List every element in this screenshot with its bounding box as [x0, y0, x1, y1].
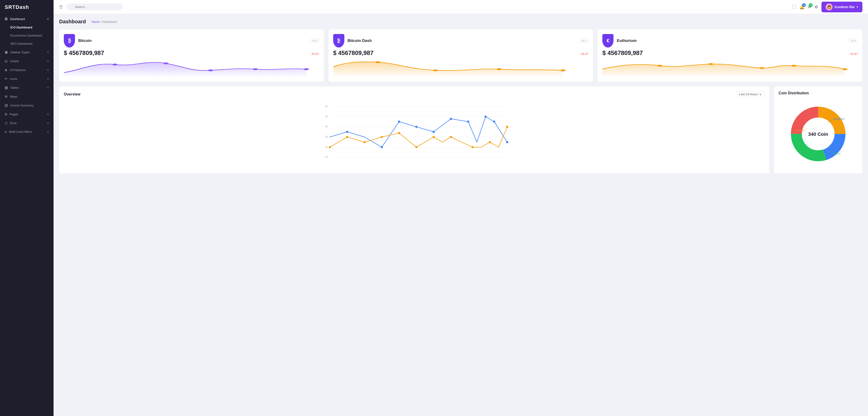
sidebar-label-ico: ICO Dashboard — [10, 26, 32, 29]
sidebar-label-seo: SEO Dashboard — [10, 42, 32, 46]
chevron-icon: ∧ — [47, 18, 49, 21]
svg-point-0 — [112, 64, 117, 65]
svg-point-37 — [346, 136, 348, 138]
svg-point-1 — [163, 62, 168, 64]
sidebar-label-dashboard: Dashboard — [10, 17, 25, 21]
sidebar-label-icons: Icons — [10, 77, 17, 81]
euthorium-card: € Euthorium 24 H $ 4567809,987 - 45.87 — [598, 29, 862, 82]
bitcoin-dash-chart — [333, 58, 589, 76]
svg-point-38 — [364, 141, 366, 143]
bitcoin-dash-icon: ₿ — [333, 34, 344, 48]
sidebar-item-multi-level[interactable]: ≡ Multi Level Menu ∨ — [0, 127, 54, 136]
svg-text:60: 60 — [325, 105, 328, 108]
sidebar-item-sidebar-types[interactable]: ▣ Sidebar Types ∨ — [0, 48, 54, 57]
charts-icon: ◎ — [5, 59, 8, 63]
bitcoin-value: $ 4567809,987 — [64, 49, 104, 57]
breadcrumb-current: Dashboard — [102, 20, 117, 24]
header-right: ⛶ 🔔 2 ✉ 3 ⚙ 👩 Kumkum Rai ∨ — [792, 2, 862, 12]
bottom-section: Overview Last 24 Hours ∨ 60 50 40 30 20 … — [59, 86, 862, 174]
svg-point-41 — [415, 146, 417, 148]
filter-chevron-icon: ∨ — [759, 92, 762, 96]
messages-badge: 3 — [809, 3, 813, 7]
breadcrumb-home[interactable]: Home — [92, 20, 100, 24]
bitcoin-period: 24 H — [310, 39, 319, 43]
avatar: 👩 — [826, 3, 833, 10]
sidebar-item-pages[interactable]: ⧉ Pages ∨ — [0, 110, 54, 119]
error-icon: ⚠ — [5, 121, 8, 125]
sidebar-item-ecommerce-dashboard[interactable]: Ecommerce Dashboard — [0, 31, 54, 39]
main-area: ☰ 🔍 ⛶ 🔔 2 ✉ 3 ⚙ 👩 Kumk — [54, 0, 868, 416]
search-input[interactable] — [67, 3, 122, 10]
sidebar-item-invoice-summary[interactable]: ▤ Invoice Summary — [0, 101, 54, 110]
overview-chart-header: Overview Last 24 Hours ∨ — [64, 91, 765, 97]
sidebar-types-icon: ▣ — [5, 50, 8, 54]
user-menu-button[interactable]: 👩 Kumkum Rai ∨ — [822, 2, 862, 12]
euthorium-icon: € — [602, 34, 614, 48]
chevron-icon-4: ∨ — [47, 68, 49, 71]
messages-button[interactable]: ✉ 3 — [808, 4, 811, 9]
svg-text:20: 20 — [325, 146, 328, 148]
svg-point-44 — [471, 146, 473, 148]
sidebar-item-dashboard[interactable]: ⊞ Dashboard ∧ — [0, 14, 54, 23]
euthorium-change: - 45.87 — [848, 52, 858, 56]
icons-icon: ✏ — [5, 77, 8, 81]
svg-point-4 — [304, 68, 309, 70]
chevron-icon-7: ∨ — [47, 113, 49, 116]
svg-point-28 — [398, 121, 400, 123]
svg-point-26 — [346, 131, 348, 133]
notifications-button[interactable]: 🔔 2 — [799, 4, 804, 9]
sidebar-item-ui-features[interactable]: ◈ UI Features ∨ — [0, 65, 54, 74]
svg-text:Bitcoin: Bitcoin — [834, 153, 841, 155]
svg-point-8 — [560, 69, 565, 71]
breadcrumb: Home / Dashboard — [92, 20, 117, 24]
settings-button[interactable]: ⚙ — [814, 4, 818, 9]
svg-point-3 — [253, 68, 258, 70]
chevron-icon-8: ∨ — [47, 122, 49, 125]
svg-text:10: 10 — [325, 156, 328, 158]
sidebar-item-tables[interactable]: ▦ Tables ∨ — [0, 83, 54, 92]
svg-point-30 — [433, 131, 435, 133]
chart-filter-button[interactable]: Last 24 Hours ∨ — [736, 91, 765, 97]
sidebar-item-charts[interactable]: ◎ Charts ∨ — [0, 57, 54, 65]
euthorium-name: Euthorium — [617, 38, 637, 43]
bitcoin-name: Bitcoin — [78, 38, 92, 43]
overview-title: Overview — [64, 92, 80, 96]
svg-point-42 — [433, 136, 435, 138]
sidebar-item-ico-dashboard[interactable]: ICO Dashboard — [0, 23, 54, 31]
svg-text:30: 30 — [325, 136, 328, 138]
tables-icon: ▦ — [5, 86, 8, 90]
sidebar-label-error: Error — [10, 121, 17, 125]
sidebar-label-pages: Pages — [9, 113, 18, 116]
fullscreen-button[interactable]: ⛶ — [792, 4, 796, 9]
svg-point-27 — [381, 146, 383, 148]
menu-toggle-icon[interactable]: ☰ — [59, 4, 63, 9]
sidebar-item-maps[interactable]: ⊕ Maps — [0, 92, 54, 101]
overview-chart-card: Overview Last 24 Hours ∨ 60 50 40 30 20 … — [59, 86, 769, 174]
sidebar-label-charts: Charts — [10, 59, 19, 63]
bitcoin-icon: ₿ — [64, 34, 75, 48]
avatar-emoji: 👩 — [827, 5, 831, 9]
sidebar-label-maps: Maps — [10, 95, 18, 98]
coin-distribution-card: Coin Distribution 340 Coin — [774, 86, 862, 174]
bitcoin-dash-card-header: ₿ Bitcoin Dash 24 H — [333, 34, 589, 48]
svg-point-9 — [657, 65, 662, 67]
multilevel-icon: ≡ — [5, 130, 7, 134]
invoice-icon: ▤ — [5, 103, 8, 108]
svg-text:Euthorium: Euthorium — [834, 118, 844, 120]
overview-svg-chart: 60 50 40 30 20 10 — [64, 101, 765, 162]
svg-point-13 — [842, 68, 847, 70]
svg-point-39 — [381, 136, 383, 138]
svg-point-36 — [329, 146, 331, 148]
notifications-badge: 2 — [802, 3, 806, 7]
euthorium-card-header: € Euthorium 24 H — [602, 34, 858, 48]
svg-point-46 — [506, 126, 508, 128]
chevron-icon-3: ∨ — [47, 60, 49, 63]
sidebar-item-error[interactable]: ⚠ Error ∨ — [0, 119, 54, 127]
sidebar-item-icons[interactable]: ✏ Icons ∨ — [0, 74, 54, 83]
svg-point-33 — [485, 116, 487, 118]
bitcoin-dash-card: ₿ Bitcoin Dash 24 H $ 4567809,987 - 45.8… — [329, 29, 593, 82]
svg-point-43 — [450, 136, 452, 138]
chevron-icon-6: ∨ — [47, 86, 49, 89]
bitcoin-dash-period: 24 H — [579, 39, 588, 43]
sidebar-item-seo-dashboard[interactable]: SEO Dashboard — [0, 39, 54, 48]
